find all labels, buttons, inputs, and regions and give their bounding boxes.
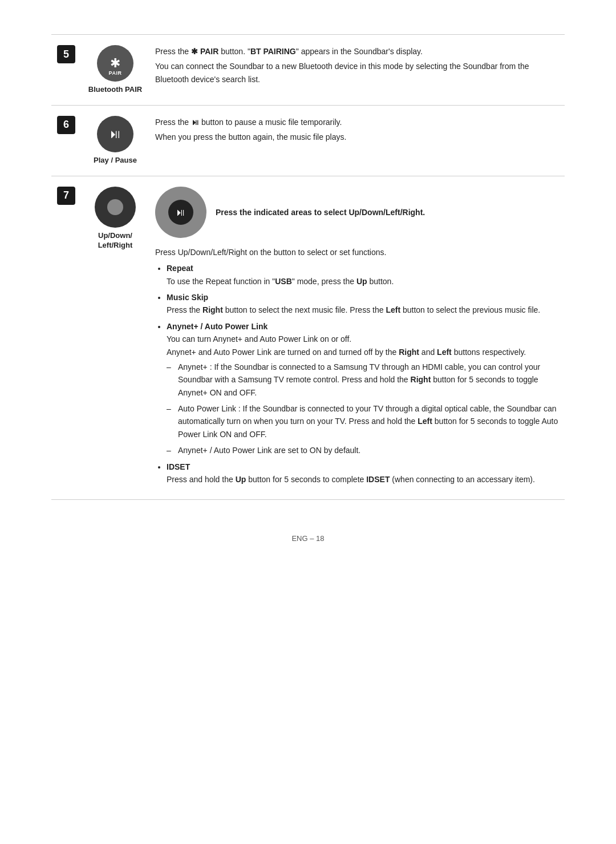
step-row-6: 6 ⏯ Play / Pause Press the ⏯ button to p… bbox=[51, 105, 565, 176]
left-bold-sub2: Left bbox=[418, 417, 432, 426]
left-bold-ms: Left bbox=[386, 305, 400, 314]
play-pause-button-icon: ⏯ bbox=[97, 116, 133, 152]
step-num-box-7: 7 bbox=[57, 187, 75, 205]
step-number-7: 7 bbox=[51, 176, 81, 500]
bluetooth-icon: ✱ bbox=[110, 57, 120, 70]
desc-7-intro: Press Up/Down/Left/Right on the button t… bbox=[155, 246, 559, 259]
idset-title: IDSET bbox=[167, 462, 190, 471]
play-bold-6: ⏯ bbox=[191, 118, 199, 127]
desc-cell-6: Press the ⏯ button to pause a music file… bbox=[149, 105, 565, 176]
dpad-center-play-icon: ⏯ bbox=[176, 207, 186, 217]
right-bold-a: Right bbox=[399, 348, 419, 357]
step-row-7: 7 Up/Down/Left/Right ⏯ bbox=[51, 176, 565, 500]
usb-bold: USB bbox=[275, 277, 292, 286]
repeat-text: To use the Repeat function in "USB" mode… bbox=[167, 277, 394, 286]
music-skip-text: Press the Right button to select the nex… bbox=[167, 305, 540, 314]
anynet-text2: Anynet+ and Auto Power Link are turned o… bbox=[167, 348, 526, 357]
dpad-row: ⏯ Press the indicated areas to select Up… bbox=[155, 187, 559, 238]
right-bold-ms: Right bbox=[202, 305, 223, 314]
left-bold-a: Left bbox=[437, 348, 452, 357]
right-bold-sub1: Right bbox=[411, 375, 431, 384]
anynet-sub3: Anynet+ / Auto Power Link are set to ON … bbox=[167, 444, 559, 457]
icon-label-6: Play / Pause bbox=[87, 156, 144, 165]
page-wrapper: 5 ✱ PAIR Bluetooth PAIR Press the ✱ PAIR… bbox=[51, 34, 565, 543]
step-row-5: 5 ✱ PAIR Bluetooth PAIR Press the ✱ PAIR… bbox=[51, 35, 565, 106]
icon-cell-5: ✱ PAIR Bluetooth PAIR bbox=[81, 35, 149, 106]
bt-pairing-bold: BT PAIRING bbox=[250, 47, 296, 56]
bullet-music-skip: Music Skip Press the Right button to sel… bbox=[167, 291, 559, 317]
icon-cell-7: Up/Down/Left/Right bbox=[81, 176, 149, 500]
desc-7-list: Repeat To use the Repeat function in "US… bbox=[155, 262, 559, 486]
icon-label-7: Up/Down/Left/Right bbox=[87, 231, 144, 251]
step-num-box-6: 6 bbox=[57, 116, 75, 134]
idset-text: Press and hold the Up button for 5 secon… bbox=[167, 475, 535, 484]
step-number-5: 5 bbox=[51, 35, 81, 106]
desc-5-line1: Press the ✱ PAIR button. "BT PAIRING" ap… bbox=[155, 45, 559, 58]
instruction-table: 5 ✱ PAIR Bluetooth PAIR Press the ✱ PAIR… bbox=[51, 34, 565, 500]
anynet-text1: You can turn Anynet+ and Auto Power Link… bbox=[167, 334, 351, 344]
dpad-instruction-label: Press the indicated areas to select Up/D… bbox=[216, 206, 425, 219]
step-number-6: 6 bbox=[51, 105, 81, 176]
repeat-title: Repeat bbox=[167, 264, 193, 273]
bluetooth-pair-label: PAIR bbox=[109, 70, 122, 76]
bullet-idset: IDSET Press and hold the Up button for 5… bbox=[167, 461, 559, 486]
dpad-large-inner: ⏯ bbox=[168, 200, 193, 225]
up-bold-r: Up bbox=[356, 277, 367, 286]
pair-bold: ✱ PAIR bbox=[191, 47, 218, 56]
anynet-sub2: Auto Power Link : If the Soundbar is con… bbox=[167, 402, 559, 441]
play-pause-icon: ⏯ bbox=[109, 128, 121, 140]
desc-6-line2: When you press the button again, the mus… bbox=[155, 131, 559, 143]
page-footer: ENG – 18 bbox=[51, 534, 565, 543]
music-skip-title: Music Skip bbox=[167, 293, 208, 302]
dpad-large-icon: ⏯ bbox=[155, 187, 206, 238]
dpad-small-icon bbox=[95, 187, 136, 228]
bullet-repeat: Repeat To use the Repeat function in "US… bbox=[167, 262, 559, 288]
up-bold-idset: Up bbox=[236, 475, 246, 484]
desc-cell-7: ⏯ Press the indicated areas to select Up… bbox=[149, 176, 565, 500]
anynet-sub1: Anynet+ : If the Soundbar is connected t… bbox=[167, 361, 559, 399]
desc-cell-5: Press the ✱ PAIR button. "BT PAIRING" ap… bbox=[149, 35, 565, 106]
icon-cell-6: ⏯ Play / Pause bbox=[81, 105, 149, 176]
anynet-subbullets: Anynet+ : If the Soundbar is connected t… bbox=[167, 361, 559, 457]
bluetooth-button-icon: ✱ PAIR bbox=[97, 45, 133, 82]
icon-label-5: Bluetooth PAIR bbox=[87, 85, 144, 95]
bullet-anynet: Anynet+ / Auto Power Link You can turn A… bbox=[167, 320, 559, 457]
idset-bold: IDSET bbox=[366, 475, 390, 484]
dpad-small-inner bbox=[107, 199, 123, 215]
desc-6-line1: Press the ⏯ button to pause a music file… bbox=[155, 116, 559, 128]
step-num-box-5: 5 bbox=[57, 45, 75, 63]
footer-text: ENG – 18 bbox=[291, 534, 324, 543]
desc-5-line2: You can connect the Soundbar to a new Bl… bbox=[155, 60, 559, 86]
anynet-title: Anynet+ / Auto Power Link bbox=[167, 322, 268, 331]
